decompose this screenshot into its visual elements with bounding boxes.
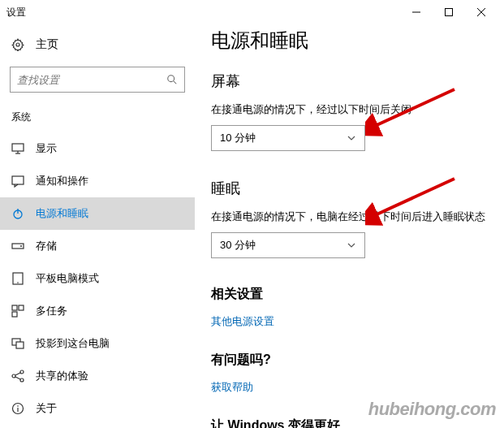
sidebar-item-label: 关于 bbox=[36, 401, 57, 416]
svg-point-22 bbox=[20, 370, 24, 374]
svg-rect-9 bbox=[12, 176, 24, 184]
tablet-icon bbox=[11, 272, 24, 285]
sidebar-item-label: 显示 bbox=[36, 141, 57, 156]
sidebar-item-shared[interactable]: 共享的体验 bbox=[0, 360, 195, 392]
svg-point-13 bbox=[20, 245, 22, 247]
project-icon bbox=[11, 337, 24, 350]
svg-rect-16 bbox=[12, 305, 17, 310]
window-title: 设置 bbox=[6, 6, 26, 19]
maximize-icon bbox=[445, 8, 453, 16]
sidebar-item-label: 电源和睡眠 bbox=[36, 206, 88, 221]
search-box[interactable] bbox=[10, 67, 185, 93]
sidebar-item-label: 共享的体验 bbox=[36, 369, 88, 383]
sidebar-item-power[interactable]: 电源和睡眠 bbox=[0, 197, 195, 230]
home-label: 主页 bbox=[36, 37, 58, 52]
svg-rect-20 bbox=[16, 342, 24, 348]
sidebar-item-multitask[interactable]: 多任务 bbox=[0, 295, 195, 327]
screen-heading: 屏幕 bbox=[211, 71, 488, 91]
sidebar-item-project[interactable]: 投影到这台电脑 bbox=[0, 327, 195, 360]
sidebar-item-label: 存储 bbox=[36, 239, 57, 253]
svg-rect-1 bbox=[446, 9, 453, 16]
chevron-down-icon bbox=[347, 240, 356, 250]
search-input[interactable] bbox=[17, 74, 166, 86]
screen-desc: 在接通电源的情况下，经过以下时间后关闭 bbox=[211, 102, 488, 117]
titlebar: 设置 bbox=[0, 0, 504, 24]
monitor-icon bbox=[11, 142, 24, 155]
info-icon bbox=[11, 402, 24, 415]
svg-line-5 bbox=[174, 81, 177, 84]
sidebar-item-notifications[interactable]: 通知和操作 bbox=[0, 165, 195, 197]
svg-line-24 bbox=[15, 373, 20, 375]
svg-point-15 bbox=[17, 282, 19, 283]
sidebar: 主页 系统 显示 通知和操作 电源和睡眠 存储 bbox=[0, 24, 195, 428]
svg-point-4 bbox=[168, 76, 174, 82]
multitask-icon bbox=[11, 305, 24, 318]
maximize-button[interactable] bbox=[433, 1, 465, 24]
close-icon bbox=[477, 8, 485, 16]
message-icon bbox=[11, 175, 24, 188]
close-button[interactable] bbox=[465, 1, 498, 24]
sleep-timeout-dropdown[interactable]: 30 分钟 bbox=[211, 232, 365, 258]
sleep-heading: 睡眠 bbox=[211, 179, 488, 198]
svg-point-23 bbox=[20, 378, 24, 382]
help-heading: 有问题吗? bbox=[211, 352, 488, 369]
search-icon bbox=[166, 74, 178, 85]
page-title: 电源和睡眠 bbox=[211, 28, 488, 54]
chevron-down-icon bbox=[347, 133, 356, 143]
sidebar-item-storage[interactable]: 存储 bbox=[0, 230, 195, 262]
sidebar-item-label: 通知和操作 bbox=[36, 174, 88, 188]
home-link[interactable]: 主页 bbox=[0, 31, 195, 58]
minimize-icon bbox=[412, 8, 420, 16]
get-help-link[interactable]: 获取帮助 bbox=[211, 380, 488, 395]
svg-point-21 bbox=[12, 374, 15, 378]
other-power-settings-link[interactable]: 其他电源设置 bbox=[211, 314, 488, 329]
svg-line-25 bbox=[15, 377, 20, 379]
main-panel: 电源和睡眠 屏幕 在接通电源的情况下，经过以下时间后关闭 10 分钟 睡眠 在接… bbox=[195, 24, 504, 428]
sidebar-item-label: 多任务 bbox=[36, 304, 67, 318]
related-heading: 相关设置 bbox=[211, 286, 488, 303]
sidebar-item-label: 平板电脑模式 bbox=[36, 271, 99, 286]
sleep-desc: 在接通电源的情况下，电脑在经过以下时间后进入睡眠状态 bbox=[211, 210, 488, 224]
sidebar-item-about[interactable]: 关于 bbox=[0, 392, 195, 425]
power-icon bbox=[11, 207, 24, 220]
watermark: hubeihong.com bbox=[368, 399, 496, 420]
svg-rect-18 bbox=[12, 312, 17, 317]
share-icon bbox=[11, 370, 24, 383]
storage-icon bbox=[11, 240, 24, 253]
screen-timeout-dropdown[interactable]: 10 分钟 bbox=[211, 125, 365, 151]
sidebar-item-tablet[interactable]: 平板电脑模式 bbox=[0, 262, 195, 295]
screen-timeout-value: 10 分钟 bbox=[220, 131, 256, 145]
section-label: 系统 bbox=[0, 107, 195, 132]
minimize-button[interactable] bbox=[400, 1, 433, 24]
sleep-timeout-value: 30 分钟 bbox=[220, 238, 256, 253]
sidebar-item-label: 投影到这台电脑 bbox=[36, 336, 110, 351]
svg-point-27 bbox=[17, 405, 19, 407]
gear-icon bbox=[11, 38, 24, 51]
svg-rect-6 bbox=[12, 144, 24, 151]
sidebar-item-display[interactable]: 显示 bbox=[0, 132, 195, 165]
svg-rect-17 bbox=[19, 305, 24, 310]
